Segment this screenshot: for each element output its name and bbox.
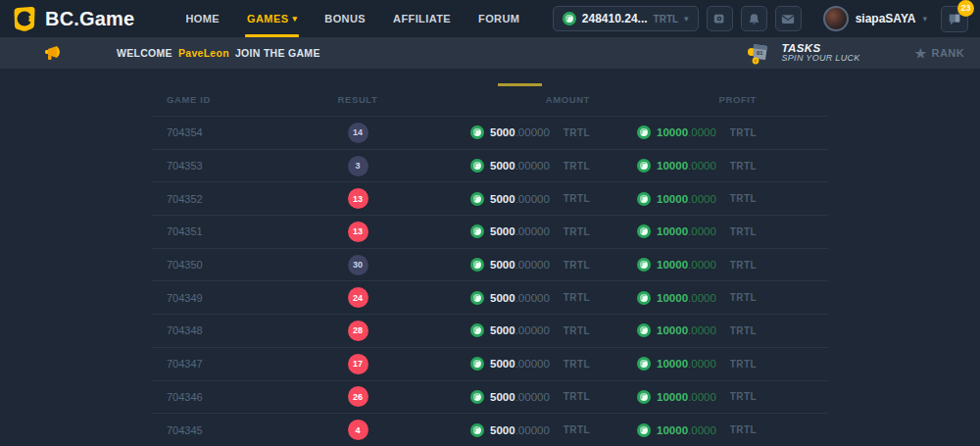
result-cell: 3 bbox=[289, 156, 426, 176]
table-row[interactable]: 704345 4 5000.00000 TRTL 10000.0000 TRTL bbox=[152, 413, 828, 446]
welcome-message: WELCOME PaveLeon JOIN THE GAME bbox=[117, 47, 320, 59]
coin-icon bbox=[637, 159, 651, 173]
coin-icon bbox=[470, 192, 484, 206]
table-row[interactable]: 704353 3 5000.00000 TRTL 10000.0000 TRTL bbox=[152, 149, 828, 182]
messages-button[interactable] bbox=[775, 6, 802, 31]
coin-icon bbox=[637, 125, 651, 139]
amount-cell: 5000.00000 TRTL bbox=[426, 291, 590, 305]
game-id-cell: 704345 bbox=[152, 424, 289, 436]
amount-cell: 5000.00000 TRTL bbox=[426, 125, 590, 139]
main-content: GAME ID RESULT AMOUNT PROFIT 704354 14 5… bbox=[0, 83, 980, 446]
nav-item-bonus[interactable]: BONUS bbox=[311, 0, 379, 37]
game-id-cell: 704354 bbox=[152, 126, 289, 138]
coin-icon bbox=[563, 12, 576, 25]
currency-label: TRTL bbox=[564, 424, 590, 435]
profit-cell: 10000.0000 TRTL bbox=[590, 357, 757, 371]
profit-cell: 10000.0000 TRTL bbox=[590, 423, 757, 437]
wallet-icon bbox=[712, 12, 726, 25]
coin-icon bbox=[637, 357, 651, 371]
table-row[interactable]: 704350 30 5000.00000 TRTL 10000.0000 TRT… bbox=[152, 248, 828, 281]
currency-label: TRTL bbox=[564, 260, 590, 271]
spin-tasks-icon: 01 bbox=[744, 40, 773, 66]
coin-icon bbox=[470, 159, 484, 173]
amount-cell: 5000.00000 TRTL bbox=[426, 390, 590, 404]
profit-cell: 10000.0000 TRTL bbox=[590, 258, 757, 272]
nav-item-games[interactable]: GAMES ▾ bbox=[233, 0, 311, 37]
chat-button[interactable]: 23 bbox=[941, 6, 968, 32]
table-row[interactable]: 704352 13 5000.00000 TRTL 10000.0000 TRT… bbox=[152, 181, 828, 215]
tasks-spin-button[interactable]: 01 TASKS SPIN YOUR LUCK bbox=[744, 40, 859, 66]
coin-icon bbox=[470, 423, 484, 437]
table-row[interactable]: 704351 13 5000.00000 TRTL 10000.0000 TRT… bbox=[152, 215, 828, 248]
bet-results-table: GAME ID RESULT AMOUNT PROFIT 704354 14 5… bbox=[152, 83, 828, 446]
header-game-id: GAME ID bbox=[152, 94, 289, 105]
chevron-down-icon: ▾ bbox=[922, 14, 927, 24]
currency-label: TRTL bbox=[564, 226, 590, 237]
amount-cell: 5000.00000 TRTL bbox=[426, 159, 590, 173]
nav-item-home[interactable]: HOME bbox=[172, 0, 233, 37]
brand-title: BC.Game bbox=[45, 8, 134, 30]
rank-label: RANK bbox=[932, 47, 964, 59]
amount-cell: 5000.00000 TRTL bbox=[426, 357, 590, 371]
avatar bbox=[823, 6, 849, 31]
currency-label: TRTL bbox=[730, 424, 757, 435]
user-name: siapaSAYA bbox=[856, 12, 916, 25]
game-id-cell: 704349 bbox=[152, 292, 289, 304]
notifications-button[interactable] bbox=[741, 6, 767, 31]
table-row[interactable]: 704347 17 5000.00000 TRTL 10000.0000 TRT… bbox=[152, 347, 828, 380]
amount-cell: 5000.00000 TRTL bbox=[426, 323, 590, 337]
bcgame-logo-icon bbox=[12, 6, 37, 31]
coin-icon bbox=[637, 192, 651, 206]
profit-cell: 10000.0000 TRTL bbox=[590, 125, 757, 139]
amount-cell: 5000.00000 TRTL bbox=[426, 423, 590, 437]
active-tab-indicator bbox=[498, 83, 542, 86]
announcement-banner: WELCOME PaveLeon JOIN THE GAME 01 TASKS … bbox=[0, 37, 980, 69]
rank-button[interactable]: ★ RANK bbox=[915, 46, 964, 61]
coin-icon bbox=[637, 423, 651, 437]
results-table-body: 704354 14 5000.00000 TRTL 10000.0000 TRT… bbox=[152, 116, 828, 446]
profit-cell: 10000.0000 TRTL bbox=[590, 323, 757, 337]
banner-right-group: 01 TASKS SPIN YOUR LUCK ★ RANK bbox=[744, 40, 964, 66]
chat-unread-badge: 23 bbox=[957, 0, 974, 17]
table-header-row: GAME ID RESULT AMOUNT PROFIT bbox=[152, 83, 828, 116]
welcome-username: PaveLeon bbox=[178, 47, 229, 59]
coin-icon bbox=[470, 125, 484, 139]
nav-item-affiliate[interactable]: AFFILIATE bbox=[379, 0, 465, 37]
star-icon: ★ bbox=[915, 46, 927, 61]
coin-icon bbox=[637, 258, 651, 272]
tasks-label: TASKS SPIN YOUR LUCK bbox=[781, 42, 859, 65]
chevron-down-icon: ▾ bbox=[684, 14, 689, 24]
table-row[interactable]: 704354 14 5000.00000 TRTL 10000.0000 TRT… bbox=[152, 116, 828, 149]
game-id-cell: 704351 bbox=[152, 225, 289, 237]
profit-cell: 10000.0000 TRTL bbox=[590, 390, 757, 404]
table-row[interactable]: 704349 24 5000.00000 TRTL 10000.0000 TRT… bbox=[152, 280, 828, 314]
table-row[interactable]: 704346 26 5000.00000 TRTL 10000.0000 TRT… bbox=[152, 380, 828, 414]
currency-label: TRTL bbox=[730, 325, 757, 336]
envelope-icon bbox=[781, 13, 795, 25]
coin-icon bbox=[470, 323, 484, 337]
coin-icon bbox=[637, 291, 651, 305]
currency-label: TRTL bbox=[564, 325, 590, 336]
brand-logo[interactable]: BC.Game bbox=[12, 6, 134, 31]
nav-item-forum[interactable]: FORUM bbox=[465, 0, 533, 37]
table-row[interactable]: 704348 28 5000.00000 TRTL 10000.0000 TRT… bbox=[152, 314, 828, 347]
currency-label: TRTL bbox=[730, 292, 757, 303]
coin-icon bbox=[637, 323, 651, 337]
amount-cell: 5000.00000 TRTL bbox=[426, 258, 590, 272]
currency-label: TRTL bbox=[730, 161, 757, 172]
result-number-chip: 26 bbox=[348, 386, 368, 407]
profit-cell: 10000.0000 TRTL bbox=[590, 291, 757, 305]
megaphone-icon bbox=[44, 45, 66, 62]
currency-label: TRTL bbox=[730, 193, 757, 204]
wallet-button[interactable] bbox=[707, 6, 733, 31]
header-amount: AMOUNT bbox=[426, 94, 590, 105]
result-number-chip: 14 bbox=[348, 123, 368, 143]
profit-cell: 10000.0000 TRTL bbox=[590, 159, 757, 173]
result-number-chip: 13 bbox=[348, 222, 368, 242]
profit-cell: 10000.0000 TRTL bbox=[590, 224, 757, 238]
result-cell: 17 bbox=[289, 354, 426, 374]
game-id-cell: 704353 bbox=[152, 160, 289, 172]
user-menu[interactable]: siapaSAYA ▾ bbox=[823, 6, 927, 31]
topbar-right-group: 248410.24... TRTL ▾ siapaSAYA ▾ 23 bbox=[553, 6, 968, 32]
balance-selector[interactable]: 248410.24... TRTL ▾ bbox=[553, 6, 699, 31]
